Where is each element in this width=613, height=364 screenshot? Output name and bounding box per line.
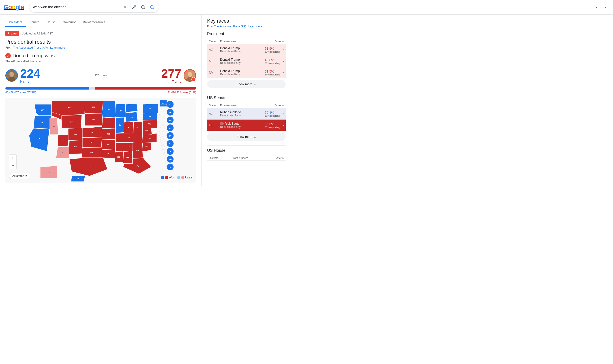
- state-sd[interactable]: [85, 113, 103, 126]
- legend-red-dot: [165, 176, 168, 179]
- race-arrow-az-1: ›: [282, 48, 284, 52]
- bubble-ri-label: RI: [169, 127, 171, 129]
- state-nm[interactable]: [69, 140, 82, 154]
- race-vote-mi: 49.8% 98% reporting ›: [253, 55, 286, 67]
- harris-popular-votes: 66,478,457 votes (47.5%): [5, 91, 36, 94]
- tab-ballot-measures[interactable]: Ballot measures: [79, 18, 109, 27]
- state-ny[interactable]: [143, 104, 158, 113]
- state-wy[interactable]: [62, 115, 82, 128]
- state-pa[interactable]: [142, 112, 157, 120]
- learn-more-link[interactable]: Learn more: [50, 46, 65, 49]
- state-mo[interactable]: [102, 128, 116, 140]
- google-search-button[interactable]: [149, 4, 155, 10]
- google-logo[interactable]: Google: [4, 4, 26, 11]
- table-row[interactable]: MI Donald Trump Republican Party 49.8% 9…: [207, 55, 286, 67]
- source-link[interactable]: The Associated Press (AP): [13, 46, 48, 49]
- state-ga[interactable]: [132, 142, 143, 158]
- state-ms[interactable]: [115, 151, 123, 163]
- state-me[interactable]: [160, 100, 167, 106]
- state-ut[interactable]: [58, 135, 68, 146]
- president-races-table: Races Front-runners Vote % AZ Donald Tru…: [207, 39, 286, 78]
- state-mi-upper[interactable]: [125, 104, 138, 112]
- state-or[interactable]: [34, 116, 52, 129]
- live-badge: Live: [5, 31, 19, 36]
- col-states: States: [207, 103, 218, 108]
- race-state-nv-1: NV: [207, 67, 218, 78]
- bubble-nh-label: NH: [169, 112, 171, 114]
- state-ks[interactable]: [82, 137, 102, 147]
- race-candidate-nv-1: Donald Trump Republican Party: [218, 67, 253, 78]
- state-ar[interactable]: [102, 140, 115, 150]
- state-al[interactable]: [123, 151, 132, 164]
- state-wi[interactable]: [116, 104, 126, 117]
- state-in[interactable]: [124, 122, 133, 133]
- left-panel: President Senate House Governor Ballot m…: [0, 14, 201, 186]
- clear-search-button[interactable]: ✕: [123, 4, 128, 11]
- table-row[interactable]: AZ Ruben Gallego Democratic Party 50.4% …: [207, 108, 286, 119]
- google-apps-button[interactable]: ⋮⋮⋮: [592, 3, 609, 12]
- col-districts: Districts: [207, 156, 230, 161]
- search-bar: ✕ 🎤: [29, 2, 159, 13]
- state-ok[interactable]: [82, 147, 103, 158]
- tab-president[interactable]: President: [5, 18, 26, 27]
- key-races-learn-more[interactable]: Learn more: [248, 25, 262, 28]
- senate-races-table: States Front-runners Vote % AZ Ruben Gal…: [207, 103, 286, 131]
- state-ne[interactable]: [82, 127, 103, 137]
- race-vote-az-1: 51.9% 61% reporting ›: [253, 44, 286, 55]
- source-prefix: From: [5, 46, 12, 49]
- dropdown-arrow: ▾: [26, 174, 27, 178]
- state-ky[interactable]: [116, 133, 142, 142]
- state-wa[interactable]: [35, 104, 52, 116]
- president-show-more-button[interactable]: Show more ⌄: [207, 80, 286, 88]
- table-row[interactable]: FL ✓ Rick Scott Republican Party 55.6% 9…: [207, 119, 286, 131]
- svg-point-4: [9, 72, 14, 77]
- us-map-svg[interactable]: WA OR CA NV ID MT WY: [5, 98, 196, 183]
- state-ak[interactable]: [40, 166, 57, 178]
- bubble-md-label: MD: [169, 158, 172, 160]
- svg-line-13: [160, 127, 167, 136]
- zoom-out-button[interactable]: −: [9, 162, 16, 169]
- state-filter-label: All states: [12, 174, 24, 178]
- state-sc[interactable]: [142, 142, 151, 151]
- race-vote-nv-1: 51.5% 84% reporting ›: [253, 67, 286, 78]
- race-vote-fl-senate: 55.6% 99% reporting ›: [253, 119, 286, 131]
- state-nd[interactable]: [85, 101, 103, 113]
- voice-search-button[interactable]: 🎤: [130, 4, 137, 11]
- state-va[interactable]: [143, 119, 157, 128]
- state-mn[interactable]: [102, 101, 116, 118]
- more-options-button[interactable]: ⋮: [192, 31, 196, 36]
- state-co[interactable]: [68, 128, 83, 140]
- popular-vote-totals: 66,478,457 votes (47.5%) 71,424,921 vote…: [5, 91, 196, 94]
- image-search-button[interactable]: [140, 4, 146, 10]
- state-oh[interactable]: [133, 122, 142, 133]
- state-ca[interactable]: [29, 128, 49, 151]
- zoom-in-button[interactable]: +: [9, 155, 16, 162]
- state-ia[interactable]: [102, 117, 115, 129]
- senate-show-more-button[interactable]: Show more ⌄: [207, 133, 286, 141]
- state-la[interactable]: [102, 149, 116, 158]
- tab-governor[interactable]: Governor: [59, 18, 79, 27]
- state-nv[interactable]: [50, 118, 58, 135]
- house-races-table: Districts Front-runners Vote %: [207, 156, 286, 161]
- key-races-source-link[interactable]: The Associated Press (AP): [214, 25, 246, 28]
- state-hi[interactable]: [71, 176, 85, 182]
- race-state-mi: MI: [207, 55, 218, 67]
- map-legend: Won Leads: [161, 176, 193, 179]
- tab-senate[interactable]: Senate: [26, 18, 43, 27]
- state-filter-dropdown[interactable]: All states ▾: [9, 173, 30, 179]
- harris-electoral-votes: 224: [20, 67, 40, 79]
- state-il[interactable]: [116, 117, 124, 133]
- state-tx[interactable]: [69, 158, 107, 176]
- svg-line-16: [160, 137, 167, 159]
- trump-result: ✓ 277 Trump: [161, 67, 196, 83]
- state-az[interactable]: [56, 146, 69, 158]
- trump-electoral-votes: 277: [161, 67, 181, 79]
- table-row[interactable]: AZ Donald Trump Republican Party 51.9% 6…: [207, 44, 286, 55]
- svg-line-17: [160, 138, 167, 167]
- tab-house[interactable]: House: [43, 18, 59, 27]
- state-mi[interactable]: [126, 112, 138, 122]
- chevron-down-icon: ⌄: [254, 82, 256, 86]
- search-input[interactable]: [33, 5, 121, 9]
- table-row[interactable]: NV Donald Trump Republican Party 51.5% 8…: [207, 67, 286, 78]
- state-mt[interactable]: [52, 101, 85, 115]
